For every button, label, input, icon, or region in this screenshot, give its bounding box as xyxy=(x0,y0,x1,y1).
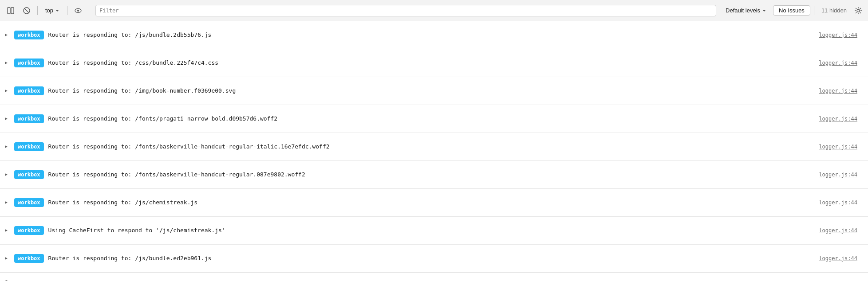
row-link[interactable]: logger.js:44 xyxy=(819,115,857,123)
expand-icon xyxy=(4,172,8,177)
no-issues-button[interactable]: No Issues xyxy=(773,5,810,16)
row-message: Router is responding to: /fonts/pragati-… xyxy=(48,115,815,123)
table-row: workbox Router is responding to: /fonts/… xyxy=(0,105,868,133)
svg-marker-4 xyxy=(55,10,59,12)
svg-marker-17 xyxy=(5,34,8,36)
default-levels-button[interactable]: Default levels xyxy=(721,5,771,16)
row-message: Using CacheFirst to respond to '/js/chem… xyxy=(48,226,815,234)
svg-rect-1 xyxy=(11,8,14,14)
row-expander-7[interactable] xyxy=(0,217,12,244)
row-content-1: workbox Router is responding to: /css/bu… xyxy=(12,53,868,73)
workbox-badge: workbox xyxy=(14,198,44,207)
svg-marker-24 xyxy=(5,229,8,232)
row-message: Router is responding to: /fonts/baskervi… xyxy=(48,171,815,179)
expand-icon xyxy=(4,228,8,233)
chevron-down-icon xyxy=(55,8,59,13)
panel-icon xyxy=(7,7,14,14)
row-content-5: workbox Router is responding to: /fonts/… xyxy=(12,165,868,185)
filter-input-wrapper xyxy=(95,5,716,16)
console-body: workbox Router is responding to: /js/bun… xyxy=(0,21,868,281)
row-link[interactable]: logger.js:44 xyxy=(819,171,857,179)
row-message: Router is responding to: /fonts/baskervi… xyxy=(48,143,815,151)
svg-rect-0 xyxy=(8,8,10,14)
svg-marker-7 xyxy=(762,10,766,12)
row-link[interactable]: logger.js:44 xyxy=(819,31,857,39)
toolbar-divider-3 xyxy=(89,6,89,15)
no-issues-label: No Issues xyxy=(779,7,805,14)
row-content-7: workbox Using CacheFirst to respond to '… xyxy=(12,221,868,241)
table-row: workbox Router is responding to: /js/bun… xyxy=(0,245,868,273)
svg-marker-22 xyxy=(5,173,8,176)
row-message: Router is responding to: /js/bundle.ed2e… xyxy=(48,254,815,262)
table-row: workbox Router is responding to: /css/bu… xyxy=(0,49,868,77)
row-expander-0[interactable] xyxy=(0,21,12,49)
row-content-0: workbox Router is responding to: /js/bun… xyxy=(12,25,868,45)
workbox-badge: workbox xyxy=(14,114,44,124)
filter-input[interactable] xyxy=(99,8,712,14)
row-expander-4[interactable] xyxy=(0,133,12,160)
row-message: Router is responding to: /js/bundle.2db5… xyxy=(48,31,815,39)
workbox-badge: workbox xyxy=(14,170,44,180)
toolbar-divider-4 xyxy=(814,6,814,15)
row-link[interactable]: logger.js:44 xyxy=(819,143,857,151)
row-content-6: workbox Router is responding to: /js/che… xyxy=(12,193,868,213)
table-row: workbox Router is responding to: /fonts/… xyxy=(0,161,868,189)
svg-line-13 xyxy=(856,8,856,9)
context-selector[interactable]: top xyxy=(41,5,63,16)
row-message: Router is responding to: /css/bundle.225… xyxy=(48,59,815,67)
row-content-8: workbox Router is responding to: /js/bun… xyxy=(12,249,868,269)
svg-point-6 xyxy=(77,10,79,12)
workbox-badge: workbox xyxy=(14,86,44,96)
row-link[interactable]: logger.js:44 xyxy=(819,199,857,207)
table-row: workbox Router is responding to: /img/bo… xyxy=(0,77,868,105)
svg-marker-18 xyxy=(5,62,8,64)
svg-line-3 xyxy=(24,8,29,13)
row-link[interactable]: logger.js:44 xyxy=(819,59,857,67)
context-label: top xyxy=(45,7,53,14)
console-prompt-row[interactable]: > xyxy=(0,273,868,281)
svg-point-8 xyxy=(857,9,860,12)
clear-icon xyxy=(23,7,30,14)
expand-icon xyxy=(4,144,8,149)
expand-icon xyxy=(4,61,8,65)
clear-console-button[interactable] xyxy=(20,4,34,17)
svg-line-16 xyxy=(856,12,856,13)
expand-icon xyxy=(4,89,8,93)
row-link[interactable]: logger.js:44 xyxy=(819,255,857,262)
workbox-badge: workbox xyxy=(14,254,44,263)
svg-marker-23 xyxy=(5,201,8,204)
toolbar-divider-1 xyxy=(37,6,38,15)
row-content-4: workbox Router is responding to: /fonts/… xyxy=(12,137,868,157)
levels-chevron-icon xyxy=(762,8,766,13)
prompt-symbol: > xyxy=(5,277,10,281)
svg-marker-25 xyxy=(5,257,8,260)
live-expressions-button[interactable] xyxy=(71,4,85,17)
workbox-badge: workbox xyxy=(14,142,44,152)
row-expander-5[interactable] xyxy=(0,161,12,188)
hidden-count-label: 11 hidden xyxy=(818,7,850,14)
row-expander-6[interactable] xyxy=(0,189,12,216)
console-settings-button[interactable] xyxy=(852,4,864,17)
gear-icon xyxy=(854,7,862,15)
console-toolbar: top Default levels No Issues 11 hidden xyxy=(0,0,868,21)
eye-icon xyxy=(75,7,82,14)
row-expander-3[interactable] xyxy=(0,105,12,133)
svg-marker-19 xyxy=(5,90,8,92)
table-row: workbox Router is responding to: /js/che… xyxy=(0,189,868,217)
toolbar-divider-2 xyxy=(67,6,67,15)
workbox-badge: workbox xyxy=(14,226,44,235)
table-row: workbox Using CacheFirst to respond to '… xyxy=(0,217,868,245)
levels-label: Default levels xyxy=(726,7,760,14)
row-link[interactable]: logger.js:44 xyxy=(819,87,857,95)
workbox-badge: workbox xyxy=(14,59,44,68)
expand-icon xyxy=(4,200,8,205)
row-link[interactable]: logger.js:44 xyxy=(819,227,857,234)
row-expander-8[interactable] xyxy=(0,245,12,272)
row-expander-2[interactable] xyxy=(0,77,12,105)
toggle-panel-button[interactable] xyxy=(4,4,18,17)
expand-icon xyxy=(4,33,8,37)
expand-icon xyxy=(4,256,8,261)
table-row: workbox Router is responding to: /fonts/… xyxy=(0,133,868,161)
row-expander-1[interactable] xyxy=(0,49,12,77)
console-rows-container: workbox Router is responding to: /js/bun… xyxy=(0,21,868,273)
